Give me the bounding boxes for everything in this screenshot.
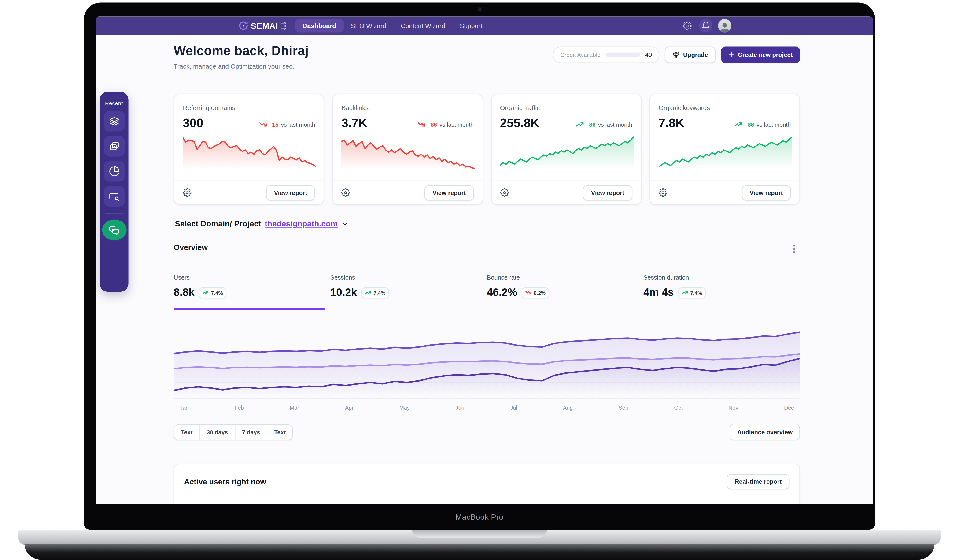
delta-compare: vs last month [440, 121, 474, 128]
metric-delta-value: 7.4% [690, 290, 702, 296]
sidebar-item-layers[interactable] [104, 111, 124, 132]
active-users-title: Active users right now [184, 477, 266, 486]
sidebar-item-site-audit[interactable] [104, 186, 124, 207]
nav-item-dashboard[interactable]: Dashboard [295, 19, 344, 32]
nav-item-content-wizard[interactable]: Content Wizard [393, 19, 452, 32]
laptop-base [18, 530, 940, 545]
metric-tab-sessions[interactable]: Sessions 10.2k 7.4% [330, 270, 487, 310]
app-screen: SEMAI Dashboard SEO Wizard Content Wizar… [96, 17, 873, 504]
laptop-shadow [24, 544, 934, 560]
nav-items: Dashboard SEO Wizard Content Wizard Supp… [295, 19, 489, 32]
card-settings-gear-icon[interactable] [500, 188, 508, 197]
stat-card-label: Backlinks [333, 94, 482, 111]
stat-card-label: Organic traffic [491, 94, 641, 111]
overview-title: Overview [174, 243, 208, 252]
sidebar-divider [105, 213, 123, 214]
laptop-screen-bezel: SEMAI Dashboard SEO Wizard Content Wizar… [84, 2, 875, 530]
delta-value: -86 [429, 121, 437, 128]
create-new-project-label: Create new project [738, 51, 793, 58]
settings-gear-icon[interactable] [680, 19, 693, 32]
layers-icon [108, 116, 119, 127]
stat-card-delta: -86 vs last month [735, 121, 791, 129]
real-time-report-button[interactable]: Real-time report [727, 474, 790, 489]
user-avatar[interactable] [718, 19, 731, 32]
trend-up-icon [365, 290, 372, 296]
metric-delta-badge: 7.4% [361, 287, 389, 298]
brand-logo[interactable]: SEMAI [239, 21, 287, 31]
credit-value: 40 [645, 51, 652, 58]
stat-card-delta: -86 vs last month [418, 121, 474, 129]
range-option-text-2[interactable]: Text [267, 425, 292, 439]
active-metric-underline [174, 308, 325, 310]
metric-delta-value: 7.4% [211, 290, 223, 296]
overview-header: Overview [174, 243, 800, 252]
metric-delta-badge: 7.4% [678, 287, 706, 298]
recent-sidebar: Recent [100, 92, 129, 292]
trend-up-icon [735, 121, 743, 128]
delta-compare: vs last month [757, 121, 791, 128]
page-title: Welcome back, Dhiraj [174, 43, 309, 58]
brand-text: SEMAI [251, 21, 278, 30]
kebab-menu-icon[interactable] [791, 242, 798, 255]
view-report-button[interactable]: View report [424, 185, 474, 200]
nav-item-seo-wizard[interactable]: SEO Wizard [344, 19, 393, 32]
domain-selector-label: Select Domain/ Project [175, 219, 261, 228]
stat-card-label: Organic keywords [650, 94, 799, 111]
header-actions: Credit Available 40 Upgrade [553, 46, 800, 63]
sparkline-chart [183, 136, 316, 171]
range-option-7-days[interactable]: 7 days [234, 425, 267, 439]
notification-bell-icon[interactable] [699, 19, 712, 32]
brand-circuit-icon [280, 21, 287, 30]
card-settings-gear-icon[interactable] [183, 188, 191, 197]
overview-chart: JanFebMarAprMayJunJulAugSepOctNovDec [174, 326, 800, 411]
delta-compare: vs last month [281, 121, 315, 128]
range-option-text-1[interactable]: Text [174, 425, 199, 439]
overview-line-chart [174, 326, 800, 399]
trend-down-icon [259, 121, 268, 128]
range-option-30-days[interactable]: 30 days [199, 425, 234, 439]
credit-progress-bar [605, 52, 640, 57]
sidebar-chat-button[interactable] [102, 220, 126, 240]
credit-available-indicator: Credit Available 40 [553, 46, 659, 63]
create-new-project-button[interactable]: Create new project [721, 46, 800, 63]
card-settings-gear-icon[interactable] [341, 188, 350, 197]
active-users-divider [184, 498, 790, 498]
chart-x-axis-labels: JanFebMarAprMayJunJulAugSepOctNovDec [174, 402, 800, 411]
sidebar-item-tasks[interactable] [104, 136, 124, 157]
metric-tab-bounce-rate[interactable]: Bounce rate 46.2% 0.2% [487, 270, 644, 310]
date-range-segmented-control: Text 30 days 7 days Text [174, 424, 293, 440]
overview-metrics-row: Users 8.8k 7.4% Sessions 10.2k [174, 270, 800, 310]
card-settings-gear-icon[interactable] [659, 188, 667, 197]
metric-value: 4m 4s [644, 286, 674, 299]
metric-tab-session-duration[interactable]: Session duration 4m 4s 7.4% [644, 270, 800, 310]
stat-card-referring-domains: Referring domains 300 -15 vs last month [174, 94, 324, 205]
stat-card-organic-traffic: Organic traffic 255.8K -86 vs last month [491, 94, 641, 205]
credit-label: Credit Available [560, 51, 601, 58]
stat-card-value: 7.8K [659, 117, 684, 129]
domain-selector-link[interactable]: thedesignpath.com [265, 219, 338, 228]
metric-label: Users [174, 274, 330, 281]
view-report-button[interactable]: View report [583, 185, 632, 200]
sparkline-chart [500, 136, 633, 171]
trend-down-icon [418, 121, 426, 128]
sidebar-item-analytics[interactable] [104, 161, 124, 182]
metric-tab-users[interactable]: Users 8.8k 7.4% [174, 270, 330, 310]
view-report-button[interactable]: View report [742, 185, 791, 200]
metric-value: 46.2% [487, 286, 517, 299]
metric-value: 8.8k [174, 286, 194, 299]
domain-selector-row: Select Domain/ Project thedesignpath.com [175, 219, 349, 228]
tasks-copy-icon [108, 141, 119, 152]
sparkline-chart [659, 136, 792, 171]
delta-value: -86 [746, 121, 754, 128]
upgrade-button[interactable]: Upgrade [665, 46, 715, 63]
stat-card-organic-keywords: Organic keywords 7.8K -86 vs last month [650, 94, 800, 205]
trend-up-icon [576, 121, 585, 128]
audience-overview-button[interactable]: Audience overview [730, 424, 800, 441]
view-report-button[interactable]: View report [266, 185, 315, 200]
stat-card-backlinks: Backlinks 3.7K -86 vs last month [332, 94, 483, 205]
chevron-down-icon[interactable] [341, 220, 349, 227]
welcome-block: Welcome back, Dhiraj Track, manage and O… [174, 43, 309, 70]
nav-item-support[interactable]: Support [452, 19, 489, 32]
stat-card-delta: -15 vs last month [259, 121, 315, 129]
plus-icon [728, 51, 735, 58]
